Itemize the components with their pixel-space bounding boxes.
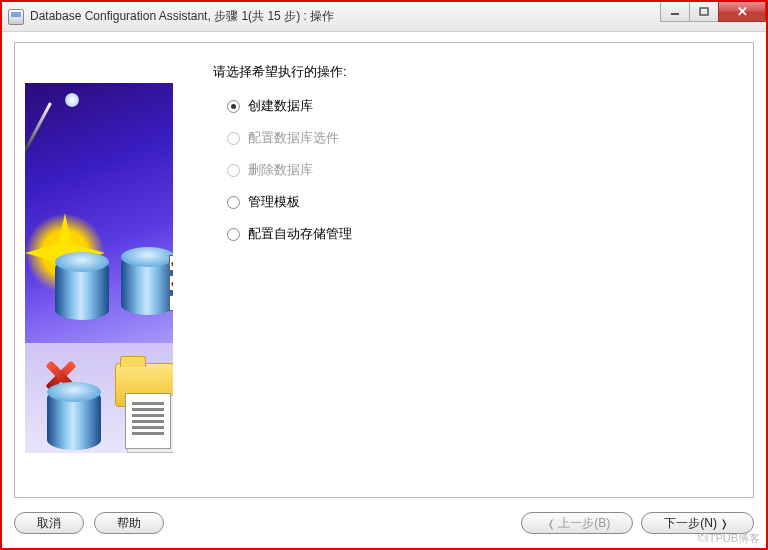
chevron-left-icon: ❬: [544, 518, 558, 529]
chevron-right-icon: ❭: [717, 518, 731, 529]
svg-rect-1: [700, 8, 708, 15]
option-configure-asm[interactable]: 配置自动存储管理: [227, 225, 729, 243]
maximize-button[interactable]: [689, 2, 719, 22]
option-label: 配置自动存储管理: [248, 225, 352, 243]
close-button[interactable]: ✕: [718, 2, 766, 22]
option-configure-options: 配置数据库选件: [227, 129, 729, 147]
back-label: 上一步(B): [558, 515, 610, 532]
option-delete-database: 删除数据库: [227, 161, 729, 179]
option-label: 删除数据库: [248, 161, 313, 179]
title-bar: Database Configuration Assistant, 步骤 1(共…: [2, 2, 766, 32]
option-manage-templates[interactable]: 管理模板: [227, 193, 729, 211]
window-controls: ✕: [661, 2, 766, 22]
help-button[interactable]: 帮助: [94, 512, 164, 534]
wand-icon: [25, 102, 52, 167]
radio-icon: [227, 100, 240, 113]
radio-icon: [227, 132, 240, 145]
help-label: 帮助: [117, 515, 141, 532]
radio-icon: [227, 228, 240, 241]
option-label: 配置数据库选件: [248, 129, 339, 147]
checklist-icon: [169, 255, 173, 311]
cancel-button[interactable]: 取消: [14, 512, 84, 534]
wizard-illustration: [25, 83, 173, 453]
option-label: 管理模板: [248, 193, 300, 211]
footer: 取消 帮助 ❬ 上一步(B) 下一步(N) ❭: [14, 508, 754, 538]
documents-icon: [125, 393, 171, 449]
cancel-label: 取消: [37, 515, 61, 532]
watermark: ©ITPUB博客: [698, 531, 761, 546]
minimize-button[interactable]: [660, 2, 690, 22]
database-icon: [47, 388, 101, 450]
content-panel: 请选择希望执行的操作: 创建数据库 配置数据库选件 删除数据库 管理模板 配置自…: [14, 42, 754, 498]
app-icon: [8, 9, 24, 25]
option-create-database[interactable]: 创建数据库: [227, 97, 729, 115]
radio-icon: [227, 196, 240, 209]
prompt-text: 请选择希望执行的操作:: [213, 63, 729, 81]
window-title: Database Configuration Assistant, 步骤 1(共…: [30, 8, 334, 25]
next-label: 下一步(N): [664, 515, 717, 532]
option-label: 创建数据库: [248, 97, 313, 115]
maximize-icon: [699, 7, 709, 17]
back-button: ❬ 上一步(B): [521, 512, 633, 534]
database-icon: [121, 253, 173, 315]
database-icon: [55, 258, 109, 320]
main-panel: 请选择希望执行的操作: 创建数据库 配置数据库选件 删除数据库 管理模板 配置自…: [173, 43, 753, 497]
minimize-icon: [670, 7, 680, 17]
close-icon: ✕: [737, 4, 748, 19]
radio-icon: [227, 164, 240, 177]
wand-tip-icon: [65, 93, 79, 107]
